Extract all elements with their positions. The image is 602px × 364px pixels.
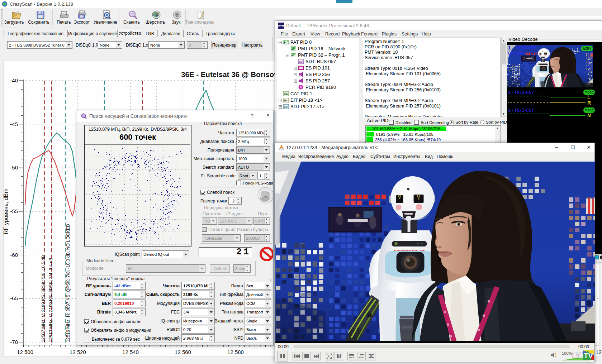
svg-text:SD: SD xyxy=(284,105,288,109)
svg-text:-40: -40 xyxy=(10,77,18,83)
svg-text:12 540: 12 540 xyxy=(122,349,139,355)
svg-text:-50: -50 xyxy=(10,164,18,171)
svg-text:12 720: 12 720 xyxy=(596,349,602,355)
svg-text:-65: -65 xyxy=(10,295,18,301)
svg-text:12507 MHz; V; 2199 KS ;8PSK; 5: 12507 MHz; V; 2199 KS ;8PSK; 5/6; 10.5 d… xyxy=(41,255,46,342)
svg-text:TV: TV xyxy=(584,352,593,360)
svg-text:P: P xyxy=(284,42,285,44)
svg-text:P: P xyxy=(291,48,293,51)
svg-text:-45: -45 xyxy=(10,121,18,127)
svg-text:-70: -70 xyxy=(10,339,18,345)
svg-text:RO: RO xyxy=(572,350,585,360)
svg-text:12 520: 12 520 xyxy=(70,349,86,355)
svg-text:36E - Eutelsat 36 @ Borisovka: 36E - Eutelsat 36 @ Borisovka xyxy=(181,70,286,78)
svg-text:SD: SD xyxy=(299,60,303,63)
svg-text:12 500: 12 500 xyxy=(17,349,33,355)
svg-text:-60: -60 xyxy=(10,252,18,258)
svg-text:RF уровень, dBm: RF уровень, dBm xyxy=(3,188,9,234)
svg-text:КОРПОРАЦИЯ РОБОТОВ: КОРПОРАЦИЯ РОБОТОВ xyxy=(539,66,548,66)
svg-text:12 560: 12 560 xyxy=(175,349,191,355)
svg-text:P: P xyxy=(291,55,293,57)
svg-text:EI: EI xyxy=(284,99,287,102)
svg-text:CA: CA xyxy=(284,92,288,96)
svg-text:12510 MHz; V; 2199 KS ;8PSK; 3: 12510 MHz; V; 2199 KS ;8PSK; 3/4; 9.4 dB xyxy=(48,258,53,342)
svg-text:-55: -55 xyxy=(10,208,18,214)
svg-text:12 580: 12 580 xyxy=(227,349,244,355)
svg-text:12516 MHz; H; 3697 KS ;QPSK; 7: 12516 MHz; H; 3697 KS ;QPSK; 7/8; -10.0 … xyxy=(66,224,71,342)
